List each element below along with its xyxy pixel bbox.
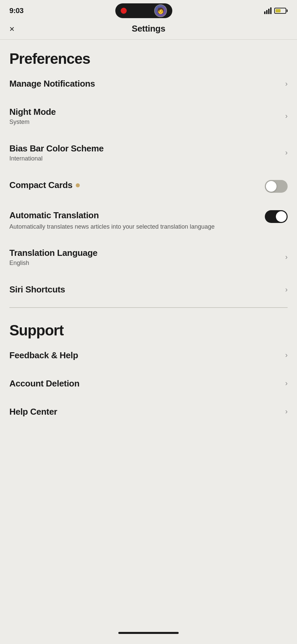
dynamic-island: 🧑 [115, 3, 172, 18]
feedback-help-left: Feedback & Help [9, 350, 285, 361]
bias-bar-title: Bias Bar Color Scheme [9, 143, 285, 154]
night-mode-item[interactable]: Night Mode System › [9, 98, 288, 135]
status-time: 9:03 [9, 6, 23, 15]
help-center-left: Help Center [9, 407, 285, 417]
auto-translation-toggle[interactable] [265, 210, 288, 223]
auto-translation-item: Automatic Translation Automatically tran… [9, 201, 288, 239]
compact-cards-item: Compact Cards [9, 171, 288, 201]
status-bar: 9:03 🧑 [0, 0, 297, 20]
compact-cards-title-row: Compact Cards [9, 180, 258, 190]
bias-bar-item[interactable]: Bias Bar Color Scheme International › [9, 135, 288, 171]
auto-translation-toggle-container [265, 210, 288, 223]
auto-translation-title: Automatic Translation [9, 210, 99, 220]
close-button[interactable]: × [9, 25, 14, 33]
compact-cards-title: Compact Cards [9, 180, 72, 190]
siri-shortcuts-left: Siri Shortcuts [9, 284, 285, 295]
help-center-title: Help Center [9, 407, 285, 417]
account-deletion-chevron: › [285, 379, 288, 388]
compact-cards-text: Compact Cards [9, 180, 265, 190]
translation-language-title: Translation Language [9, 248, 285, 258]
translation-language-left: Translation Language English [9, 248, 285, 267]
translation-language-item[interactable]: Translation Language English › [9, 239, 288, 276]
support-section-header: Support [9, 311, 288, 341]
avatar-emoji: 🧑 [157, 7, 164, 14]
manage-notifications-title: Manage Notifications [9, 79, 285, 89]
compact-cards-toggle-thumb [266, 181, 277, 192]
help-center-chevron: › [285, 407, 288, 416]
compact-dot-indicator [76, 183, 80, 187]
spacer [0, 426, 297, 626]
night-mode-title: Night Mode [9, 107, 285, 117]
status-center: 🧑 [115, 3, 172, 18]
night-mode-left: Night Mode System [9, 107, 285, 126]
compact-cards-toggle[interactable] [265, 180, 288, 193]
home-indicator [0, 625, 297, 644]
auto-translation-toggle-thumb [276, 211, 287, 222]
status-right-icons [264, 7, 288, 14]
translation-language-chevron: › [285, 253, 288, 262]
bias-bar-chevron: › [285, 148, 288, 157]
feedback-help-item[interactable]: Feedback & Help › [9, 341, 288, 370]
help-center-item[interactable]: Help Center › [9, 398, 288, 426]
account-deletion-item[interactable]: Account Deletion › [9, 370, 288, 398]
section-divider [9, 307, 288, 308]
preferences-section-header: Preferences [9, 40, 288, 70]
bias-bar-subtitle: International [9, 155, 285, 162]
battery-icon [274, 8, 288, 14]
feedback-help-title: Feedback & Help [9, 350, 285, 361]
manage-notifications-item[interactable]: Manage Notifications › [9, 70, 288, 98]
manage-notifications-left: Manage Notifications [9, 79, 285, 89]
siri-shortcuts-item[interactable]: Siri Shortcuts › [9, 276, 288, 304]
wifi-icon [264, 7, 272, 14]
nav-bar: × Settings [0, 20, 297, 40]
bias-bar-left: Bias Bar Color Scheme International [9, 143, 285, 162]
compact-cards-toggle-container [265, 180, 288, 193]
home-bar [118, 632, 179, 634]
content-area: Preferences Manage Notifications › Night… [0, 40, 297, 426]
avatar: 🧑 [154, 4, 167, 17]
auto-translation-text: Automatic Translation Automatically tran… [9, 210, 265, 230]
night-mode-chevron: › [285, 112, 288, 121]
night-mode-subtitle: System [9, 119, 285, 126]
translation-language-subtitle: English [9, 260, 285, 267]
record-dot [121, 8, 127, 14]
page-title: Settings [132, 24, 165, 34]
account-deletion-left: Account Deletion [9, 378, 285, 389]
manage-notifications-chevron: › [285, 80, 288, 88]
account-deletion-title: Account Deletion [9, 378, 285, 389]
siri-shortcuts-title: Siri Shortcuts [9, 284, 285, 295]
siri-shortcuts-chevron: › [285, 285, 288, 294]
feedback-help-chevron: › [285, 351, 288, 360]
auto-translation-subtitle: Automatically translates news articles i… [9, 223, 215, 230]
